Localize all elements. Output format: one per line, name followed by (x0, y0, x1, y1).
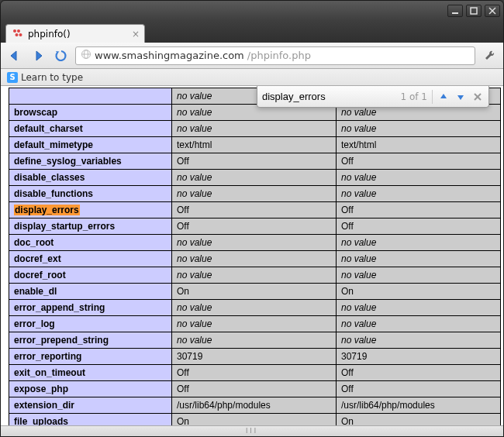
maximize-button[interactable] (466, 5, 482, 17)
table-row: default_charsetno valueno value (9, 121, 501, 137)
table-row: error_append_stringno valueno value (9, 300, 501, 316)
table-row: doc_rootno valueno value (9, 235, 501, 251)
table-row: expose_phpOffOff (9, 381, 501, 397)
url-bar[interactable]: www.smashingmagazine.com/phpinfo.php (75, 46, 475, 65)
local-value: text/html (172, 137, 337, 153)
find-count: 1 of 1 (401, 91, 427, 102)
directive-name: extension_dir (9, 397, 172, 414)
tab-strip: phpinfo() × (1, 21, 503, 43)
local-value: no value (172, 235, 337, 251)
directive-name: error_log (9, 316, 172, 332)
directive-name: error_append_string (9, 300, 172, 316)
local-value: no value (172, 267, 337, 284)
find-prev-button[interactable] (437, 91, 450, 103)
master-value: /usr/lib64/php/modules (337, 397, 501, 414)
svg-rect-1 (471, 8, 477, 14)
content-area: 1 of 1 no value browscapno va (1, 86, 503, 425)
master-value: no value (337, 170, 501, 186)
local-value: no value (172, 316, 337, 332)
php-favicon (12, 29, 23, 40)
table-row: display_startup_errorsOffOff (9, 218, 501, 235)
local-value: Off (172, 153, 337, 170)
master-value: no value (337, 267, 501, 284)
find-bar: 1 of 1 (257, 86, 489, 108)
svg-point-7 (19, 33, 22, 36)
master-value: 30719 (337, 349, 501, 365)
master-value: no value (337, 186, 501, 202)
directive-name: display_errors (9, 202, 172, 218)
master-value: Off (337, 381, 501, 397)
tab-close-icon[interactable]: × (132, 29, 140, 40)
directive-name: default_mimetype (9, 137, 172, 153)
table-row: file_uploadsOnOn (9, 414, 501, 426)
table-row: extension_dir/usr/lib64/php/modules/usr/… (9, 397, 501, 414)
svg-point-4 (13, 29, 16, 33)
find-input[interactable] (262, 89, 396, 105)
globe-icon (81, 49, 91, 62)
directive-name: default_charset (9, 121, 172, 137)
local-value: no value (172, 186, 337, 202)
local-value: /usr/lib64/php/modules (172, 397, 337, 414)
local-value: On (172, 284, 337, 300)
table-row: exit_on_timeoutOffOff (9, 365, 501, 381)
tab-title: phpinfo() (28, 29, 71, 40)
directive-name: docref_root (9, 267, 172, 284)
bookmark-favicon: S (7, 72, 18, 83)
minimize-button[interactable] (447, 5, 463, 17)
directive-name: error_reporting (9, 349, 172, 365)
table-row: display_errorsOffOff (9, 202, 501, 218)
wrench-menu-button[interactable] (480, 46, 499, 65)
directive-name: display_startup_errors (9, 218, 172, 235)
local-value: no value (172, 121, 337, 137)
directive-name: disable_functions (9, 186, 172, 202)
local-value: Off (172, 202, 337, 218)
table-row: default_mimetypetext/htmltext/html (9, 137, 501, 153)
bookmark-item[interactable]: Learn to type (21, 72, 83, 83)
url-path: /phpinfo.php (247, 50, 311, 61)
browser-window: phpinfo() × www.smashingmagazine.com/php… (0, 0, 504, 437)
local-value: 30719 (172, 349, 337, 365)
master-value: text/html (337, 137, 501, 153)
master-value: no value (337, 332, 501, 349)
directive-name: browscap (9, 105, 172, 121)
master-value: Off (337, 218, 501, 235)
master-value: no value (337, 300, 501, 316)
find-next-button[interactable] (454, 91, 467, 103)
toolbar: www.smashingmagazine.com/phpinfo.php (1, 43, 503, 69)
url-host: www.smashingmagazine.com (95, 50, 244, 61)
directive-name: docref_ext (9, 251, 172, 267)
bookmarks-bar: S Learn to type (1, 69, 503, 86)
table-row: enable_dlOnOn (9, 284, 501, 300)
status-bar: III (1, 425, 503, 436)
master-value: Off (337, 365, 501, 381)
master-value: no value (337, 121, 501, 137)
master-value: Off (337, 153, 501, 170)
table-row: disable_classesno valueno value (9, 170, 501, 186)
phpinfo-table: no value browscapno valueno valuedefault… (9, 88, 501, 425)
table-row: error_prepend_stringno valueno value (9, 332, 501, 349)
master-value: Off (337, 202, 501, 218)
svg-point-6 (16, 33, 19, 36)
master-value: On (337, 284, 501, 300)
local-value: Off (172, 365, 337, 381)
browser-tab[interactable]: phpinfo() × (5, 24, 145, 43)
local-value: no value (172, 170, 337, 186)
svg-point-5 (17, 29, 20, 33)
local-value: On (172, 414, 337, 426)
directive-name: enable_dl (9, 284, 172, 300)
local-value: Off (172, 218, 337, 235)
directive-name: error_prepend_string (9, 332, 172, 349)
table-row: error_logno valueno value (9, 316, 501, 332)
directive-name: file_uploads (9, 414, 172, 426)
directive-name: disable_classes (9, 170, 172, 186)
forward-button[interactable] (29, 46, 47, 65)
master-value: On (337, 414, 501, 426)
page-content[interactable]: no value browscapno valueno valuedefault… (1, 86, 503, 425)
local-value: Off (172, 381, 337, 397)
close-window-button[interactable] (485, 5, 500, 17)
find-close-button[interactable] (471, 91, 484, 103)
back-button[interactable] (5, 46, 24, 65)
reload-button[interactable] (52, 46, 71, 65)
local-value: no value (172, 251, 337, 267)
titlebar[interactable] (1, 1, 503, 21)
